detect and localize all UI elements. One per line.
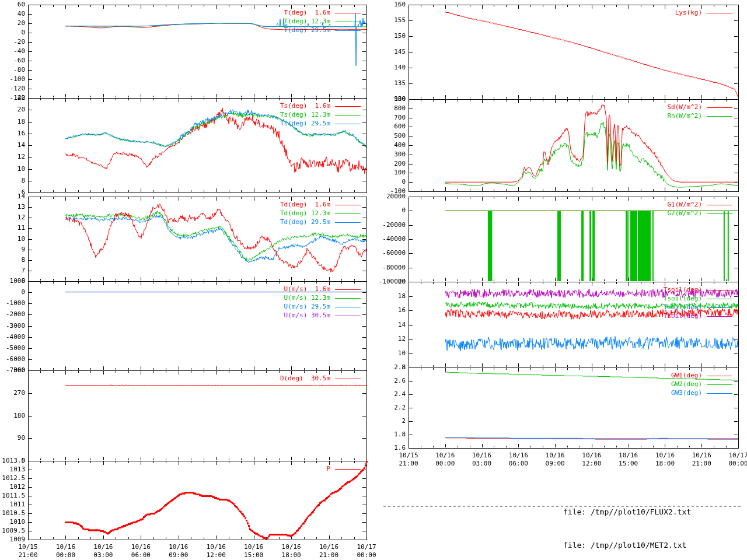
plots-canvas bbox=[0, 0, 747, 560]
flux-file-label: file: /tmp//plot10/FLUX2.txt bbox=[563, 506, 691, 517]
dashed-divider bbox=[383, 506, 741, 507]
met-file-label: file: /tmp//plot10/MET2.txt bbox=[563, 540, 691, 551]
gnuplot-multiplot-figure: file: /tmp//plot10/FLUX2.txt file: /tmp/… bbox=[0, 0, 747, 560]
data-file-labels: file: /tmp//plot10/FLUX2.txt file: /tmp/… bbox=[563, 484, 691, 560]
